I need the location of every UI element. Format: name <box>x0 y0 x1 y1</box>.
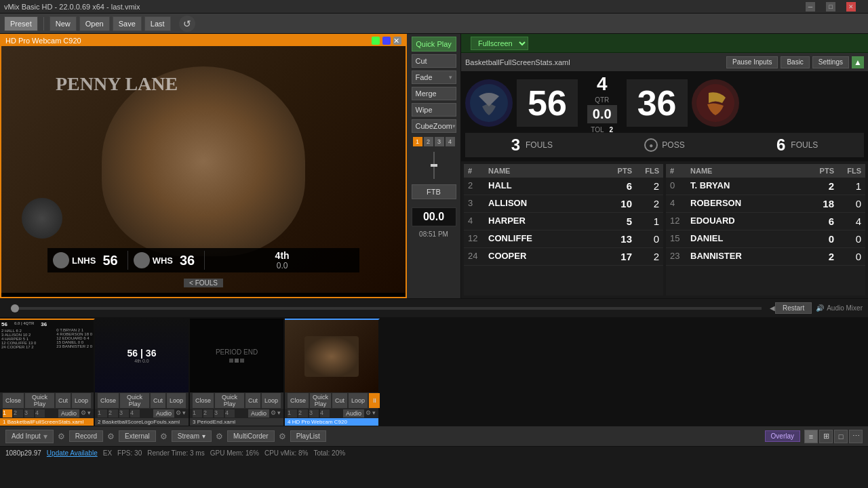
open-button[interactable]: Open <box>79 16 110 31</box>
input-1-loop[interactable]: Loop <box>72 393 91 408</box>
input-4-num-4[interactable]: 4 <box>320 409 330 418</box>
input-4-close[interactable]: Close <box>288 393 309 408</box>
input-1-quickplay[interactable]: Quick Play <box>25 393 54 408</box>
preview-video: PENNY LANE LNHS 56 WHS 36 4th 0.0 <box>1 46 406 293</box>
input-2-num-2[interactable]: 2 <box>108 409 118 418</box>
stream-settings-icon[interactable]: ⚙ <box>216 432 223 441</box>
restart-button[interactable]: Restart <box>775 302 812 314</box>
input-2-num-3[interactable]: 3 <box>119 409 129 418</box>
input-1-settings-icon[interactable]: ⚙ <box>81 409 86 418</box>
input-4-num-1[interactable]: 1 <box>288 409 297 418</box>
progress-bar[interactable] <box>11 307 762 310</box>
preview-green-btn[interactable] <box>372 37 380 45</box>
progress-thumb[interactable] <box>11 304 19 312</box>
trans-num-1[interactable]: 1 <box>413 137 422 146</box>
input-3-num-4[interactable]: 4 <box>225 409 235 418</box>
settings-button[interactable]: Settings <box>812 56 849 68</box>
trans-num-2[interactable]: 2 <box>424 137 433 146</box>
input-2-loop[interactable]: Loop <box>167 393 186 408</box>
trans-num-4[interactable]: 4 <box>446 137 455 146</box>
input-1-num-3[interactable]: 3 <box>24 409 34 418</box>
input-2-close[interactable]: Close <box>98 393 119 408</box>
maximize-button[interactable]: □ <box>826 2 835 12</box>
view-large-button[interactable]: □ <box>834 430 848 443</box>
external-button[interactable]: External <box>119 430 156 442</box>
input-2-more-icon[interactable]: ▾ <box>182 409 186 418</box>
record-settings-icon[interactable]: ⚙ <box>107 432 115 441</box>
input-3-settings-icon[interactable]: ⚙ <box>271 409 276 418</box>
view-options-button[interactable]: ⋯ <box>849 430 863 443</box>
record-button[interactable]: Record <box>69 430 103 442</box>
save-button[interactable]: Save <box>113 16 142 31</box>
input-3-audio[interactable]: Audio <box>248 409 269 418</box>
external-settings-icon[interactable]: ⚙ <box>160 432 167 441</box>
add-input-settings-icon[interactable]: ⚙ <box>58 432 65 441</box>
input-4-quickplay[interactable]: Quick Play <box>310 393 331 408</box>
input-4-num-3[interactable]: 3 <box>309 409 319 418</box>
basic-button[interactable]: Basic <box>781 56 809 68</box>
input-2-settings-icon[interactable]: ⚙ <box>176 409 181 418</box>
input-2-num-4[interactable]: 4 <box>130 409 140 418</box>
overlay-button[interactable]: Overlay <box>765 430 800 442</box>
cut-button[interactable]: Cut <box>412 54 456 68</box>
input-2-num-1[interactable]: 1 <box>98 409 107 418</box>
stream-button[interactable]: Stream ▾ <box>172 430 212 442</box>
view-grid-button[interactable]: ⊞ <box>819 430 833 443</box>
preset-button[interactable]: Preset <box>4 16 38 31</box>
multicorder-settings-icon[interactable]: ⚙ <box>279 432 286 441</box>
fade-button[interactable]: Fade ▾ <box>412 70 456 84</box>
merge-button[interactable]: Merge <box>412 87 456 100</box>
input-2-audio[interactable]: Audio <box>153 409 174 418</box>
update-link[interactable]: Update Available <box>47 449 98 457</box>
input-4-nums: 1 2 3 4 <box>288 409 330 418</box>
input-4-num-2[interactable]: 2 <box>298 409 308 418</box>
input-2-cut[interactable]: Cut <box>151 393 165 408</box>
input-3-num-1[interactable]: 1 <box>193 409 202 418</box>
input-2-extras: Audio ⚙ ▾ <box>153 409 186 418</box>
minimize-button[interactable]: ─ <box>806 2 815 12</box>
input-3-preview-text: PERIOD END <box>216 348 258 363</box>
pause-inputs-button[interactable]: Pause Inputs <box>726 56 778 68</box>
last-button[interactable]: Last <box>144 16 171 31</box>
cubezoom-button[interactable]: CubeZoom ▾ <box>412 119 456 133</box>
ftb-button[interactable]: FTB <box>412 184 456 199</box>
playlist-button[interactable]: PlayList <box>290 430 326 442</box>
input-4-cut[interactable]: Cut <box>332 393 347 408</box>
input-1-close[interactable]: Close <box>3 393 24 408</box>
expand-icon[interactable]: ▲ <box>852 56 864 68</box>
input-1-num-1[interactable]: 1 <box>3 409 12 418</box>
multicorder-button[interactable]: MultiCorder <box>227 430 275 442</box>
input-3-num-2[interactable]: 2 <box>203 409 213 418</box>
add-input-button[interactable]: Add Input ▾ <box>5 430 54 443</box>
input-1-cut[interactable]: Cut <box>56 393 71 408</box>
input-4-audio[interactable]: Audio <box>343 409 364 418</box>
input-3-more-icon[interactable]: ▾ <box>277 409 281 418</box>
input-4-more-icon[interactable]: ▾ <box>372 409 376 418</box>
trans-num-3[interactable]: 3 <box>435 137 444 146</box>
input-4-pause[interactable]: ⏸ <box>369 393 380 408</box>
input-1-label: 1 BasketballFullScreenStats.xaml <box>0 418 94 426</box>
quick-play-button[interactable]: Quick Play <box>412 37 456 52</box>
input-3-num-3[interactable]: 3 <box>214 409 224 418</box>
fullscreen-selector[interactable]: Fullscreen <box>471 37 528 50</box>
input-2-quickplay[interactable]: Quick Play <box>120 393 149 408</box>
transition-slider[interactable] <box>412 149 456 182</box>
view-list-button[interactable]: ≡ <box>804 430 818 443</box>
close-button[interactable]: ✕ <box>846 2 856 12</box>
wipe-button[interactable]: Wipe <box>412 103 456 117</box>
input-3-loop[interactable]: Loop <box>262 393 281 408</box>
input-3-close[interactable]: Close <box>193 393 214 408</box>
input-4-loop[interactable]: Loop <box>349 393 368 408</box>
input-1-num-2[interactable]: 2 <box>14 409 23 418</box>
input-4-bg <box>285 320 378 392</box>
input-3-cut[interactable]: Cut <box>245 393 260 408</box>
input-1-audio[interactable]: Audio <box>58 409 79 418</box>
preview-close-btn[interactable]: ✕ <box>393 37 401 45</box>
input-4-settings-icon[interactable]: ⚙ <box>366 409 371 418</box>
preview-blue-btn[interactable] <box>382 37 391 45</box>
input-1-num-4[interactable]: 4 <box>35 409 45 418</box>
refresh-icon[interactable]: ↺ <box>179 16 195 32</box>
input-1-more-icon[interactable]: ▾ <box>87 409 91 418</box>
new-button[interactable]: New <box>50 16 77 31</box>
input-3-quickplay[interactable]: Quick Play <box>215 393 244 408</box>
